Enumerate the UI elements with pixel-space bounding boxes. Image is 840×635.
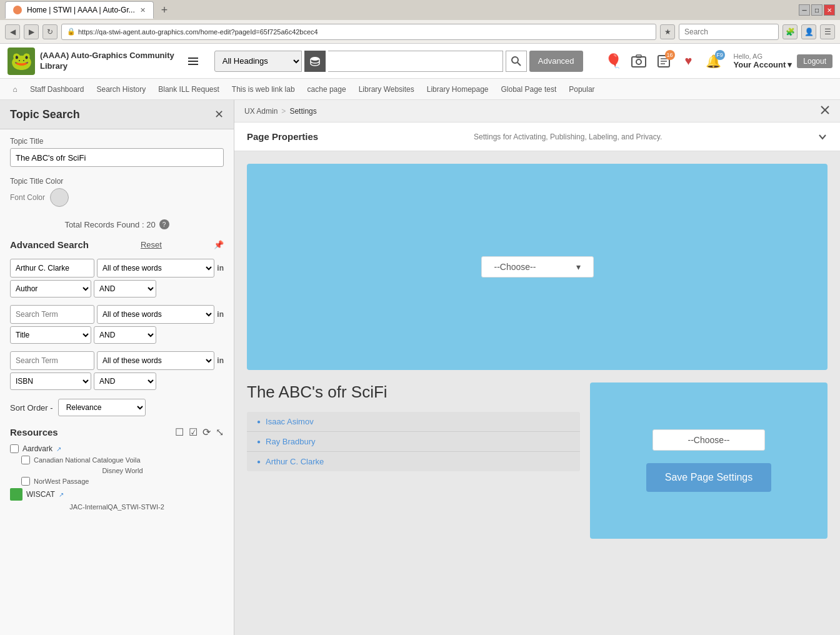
- panel-close-btn[interactable]: ✕: [214, 108, 224, 121]
- resource-aardvark-checkbox[interactable]: [10, 444, 19, 453]
- chevron-down-icon: [818, 132, 828, 142]
- topic-title-color-label: Topic Title Color: [10, 177, 224, 186]
- balloon-icon-btn[interactable]: 🎈: [604, 51, 624, 71]
- compress-resources-icon[interactable]: ⤡: [216, 426, 224, 438]
- author-clarke-link[interactable]: Arthur C. Clarke: [266, 457, 324, 466]
- color-swatch[interactable]: [50, 188, 69, 207]
- extensions-btn[interactable]: 🧩: [782, 24, 798, 39]
- blank-ill-link[interactable]: Blank ILL Request: [153, 79, 224, 100]
- breadcrumb-separator: >: [281, 107, 286, 116]
- search-type-3-select[interactable]: All of these words: [97, 351, 214, 370]
- bell-icon-btn[interactable]: 🔔 F9: [704, 51, 724, 71]
- search-type-1-select[interactable]: All of these words: [97, 259, 214, 278]
- headings-dropdown[interactable]: All Headings: [214, 51, 302, 72]
- profile-btn[interactable]: 👤: [801, 24, 816, 39]
- badge-icon-btn[interactable]: 16: [654, 51, 674, 71]
- new-tab-button[interactable]: +: [156, 4, 173, 17]
- aardvark-external-link[interactable]: ↗: [56, 446, 61, 452]
- heading-selector-area: [187, 55, 199, 68]
- home-nav-btn[interactable]: ⌂: [8, 82, 22, 97]
- topic-title-input[interactable]: [10, 148, 224, 167]
- search-term-3-input[interactable]: [10, 351, 94, 370]
- browser-tab[interactable]: Home | STWI | AAAA | Auto-Gr... ✕: [5, 1, 154, 19]
- resource-norwest-name[interactable]: NorWest Passage: [34, 478, 89, 485]
- back-button[interactable]: ◀: [5, 24, 20, 39]
- search-type-2-select[interactable]: All of these words: [97, 305, 214, 324]
- resource-canadian-name[interactable]: Canadian National Catalogue Voila: [34, 456, 141, 464]
- right-panel: UX Admin > Settings Page Properties Sett…: [234, 100, 840, 635]
- heart-icon-btn[interactable]: ♥: [679, 51, 699, 71]
- svg-line-5: [518, 62, 521, 66]
- bool-1-select[interactable]: AND: [94, 280, 156, 298]
- save-page-settings-btn[interactable]: Save Page Settings: [646, 463, 772, 492]
- main-search-input-area[interactable]: [328, 51, 503, 72]
- logout-button[interactable]: Logout: [797, 54, 832, 68]
- browser-search-input[interactable]: [679, 24, 779, 40]
- refresh-button[interactable]: ↻: [42, 24, 58, 39]
- wiscat-color-block: [10, 488, 22, 501]
- close-btn[interactable]: ✕: [824, 4, 835, 16]
- resource-canadian-checkbox[interactable]: [21, 456, 30, 464]
- check-all-icon[interactable]: ☑: [189, 426, 198, 438]
- search-term-2-input[interactable]: [10, 305, 94, 324]
- left-panel: Topic Search ✕ Topic Title Topic Title C…: [0, 100, 234, 635]
- forward-button[interactable]: ▶: [24, 24, 39, 39]
- search-icon: [511, 56, 521, 66]
- resource-norwest-checkbox[interactable]: [21, 477, 30, 486]
- panel-header: Topic Search ✕: [0, 100, 234, 129]
- help-icon[interactable]: ?: [159, 219, 169, 229]
- menu-btn[interactable]: ☰: [820, 24, 835, 39]
- field-3-select[interactable]: ISBN: [10, 372, 91, 390]
- search-history-link[interactable]: Search History: [92, 79, 151, 100]
- global-page-test-link[interactable]: Global Page test: [496, 79, 562, 100]
- field-2-select[interactable]: Title: [10, 326, 91, 344]
- staff-dashboard-link[interactable]: Staff Dashboard: [25, 79, 89, 100]
- sort-select[interactable]: Relevance: [58, 399, 146, 416]
- advanced-search-btn[interactable]: Advanced: [529, 51, 583, 72]
- reset-link[interactable]: Reset: [141, 240, 162, 249]
- main-layout: Topic Search ✕ Topic Title Topic Title C…: [0, 100, 840, 635]
- choose-dropdown-1[interactable]: --Choose-- ▾: [481, 256, 594, 278]
- library-websites-link[interactable]: Library Websites: [354, 79, 419, 100]
- author-bradbury-link[interactable]: Ray Bradbury: [266, 437, 315, 446]
- settings-expand-btn[interactable]: [818, 132, 828, 142]
- author-item-bradbury: ● Ray Bradbury: [247, 432, 580, 452]
- app-header: 🐸 (AAAA) Auto-Graphics Community Library…: [0, 44, 840, 79]
- bool-3-select[interactable]: AND: [94, 372, 156, 390]
- author-asimov-link[interactable]: Isaac Asimov: [266, 417, 314, 426]
- pin-icon[interactable]: 📌: [214, 240, 224, 249]
- camera-icon-btn[interactable]: [629, 51, 649, 71]
- search-term-1-input[interactable]: [10, 259, 94, 278]
- tab-favicon: [13, 6, 22, 14]
- wiscat-external-link[interactable]: ↗: [59, 491, 64, 498]
- maximize-btn[interactable]: □: [811, 4, 822, 16]
- resource-disney-name[interactable]: Disney World: [102, 467, 142, 474]
- author-bullet-1: ●: [257, 418, 261, 425]
- font-color-label: Font Color: [10, 193, 45, 202]
- resource-aardvark-name: Aardvark: [22, 444, 52, 453]
- database-btn[interactable]: [304, 51, 326, 72]
- close-settings-btn[interactable]: [820, 105, 830, 117]
- field-1-select[interactable]: Author: [10, 280, 91, 298]
- svg-point-4: [512, 57, 518, 63]
- resource-jac-name[interactable]: JAC-InternalQA_STWI-STWI-2: [69, 503, 164, 511]
- tab-close-btn[interactable]: ✕: [140, 6, 146, 14]
- bookmark-star-btn[interactable]: ★: [660, 24, 675, 39]
- choose-dropdown-2[interactable]: --Choose--: [652, 429, 765, 451]
- web-link-lab-link[interactable]: This is web link lab: [227, 79, 300, 100]
- refresh-resources-icon[interactable]: ⟳: [202, 426, 211, 438]
- breadcrumb-parent[interactable]: UX Admin: [244, 107, 278, 116]
- in-label-2: in: [217, 310, 224, 319]
- main-search-button[interactable]: [506, 51, 527, 72]
- bool-2-select[interactable]: AND: [94, 326, 156, 344]
- resource-wiscat: WISCAT ↗: [10, 487, 224, 502]
- top-blue-inner: --Choose-- ▾: [247, 164, 828, 370]
- search-row-1: All of these words in Author AND: [0, 255, 234, 301]
- library-homepage-link[interactable]: Library Homepage: [422, 79, 494, 100]
- account-dropdown-btn[interactable]: Your Account ▾: [734, 60, 792, 69]
- url-bar[interactable]: 🔒 https://qa-stwi-agent.auto-graphics.co…: [61, 24, 656, 40]
- uncheck-all-icon[interactable]: ☐: [175, 426, 184, 438]
- popular-link[interactable]: Popular: [564, 79, 599, 100]
- cache-page-link[interactable]: cache page: [302, 79, 351, 100]
- minimize-btn[interactable]: ─: [799, 4, 810, 16]
